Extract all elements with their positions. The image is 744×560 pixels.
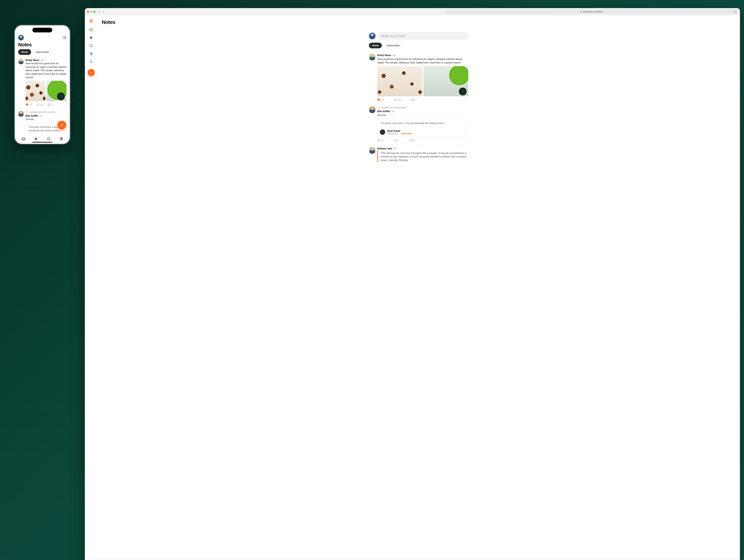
comment-button[interactable]: 14 <box>36 103 43 106</box>
maximize-window-button[interactable] <box>94 11 96 13</box>
stack-icon <box>34 137 38 141</box>
comment-count: 14 <box>40 103 43 106</box>
feed-tabs: Home Subscribed <box>369 43 468 51</box>
tab-subscribed[interactable]: Subscribed <box>383 43 403 48</box>
author-avatar[interactable] <box>369 106 376 113</box>
nav-chat[interactable] <box>89 52 93 55</box>
user-avatar[interactable] <box>369 33 376 39</box>
nav-activity[interactable] <box>89 44 93 47</box>
author-avatar[interactable] <box>369 54 376 61</box>
comment-icon <box>394 139 397 142</box>
quote-source-row[interactable]: Noah Smith Noahpinion · Subscribe <box>377 127 468 137</box>
restack-count: 3 <box>414 139 415 142</box>
note-post: JASMINE SUN RESTACKED Elle Griffin 1h So… <box>369 104 468 145</box>
comment-icon <box>36 103 39 106</box>
like-button[interactable]: 12 <box>377 139 383 142</box>
compose-fab[interactable]: + <box>88 69 95 76</box>
like-button[interactable]: 42 <box>377 98 383 101</box>
restack-button[interactable]: 2 <box>47 103 52 106</box>
like-button[interactable]: 42 <box>26 103 32 106</box>
tab-home[interactable]: Home <box>18 49 31 55</box>
home-indicator <box>32 142 52 143</box>
restack-button[interactable]: 2 <box>411 98 416 101</box>
reload-button[interactable] <box>734 10 737 13</box>
minimize-window-button[interactable] <box>90 11 92 13</box>
author-avatar[interactable] <box>18 111 24 117</box>
quote-card[interactable]: "Economic terms have a way of translatin… <box>377 118 468 137</box>
like-count: 42 <box>29 103 32 106</box>
tab-reader[interactable] <box>34 137 38 141</box>
traffic-lights <box>87 11 96 13</box>
user-avatar[interactable] <box>18 35 24 40</box>
post-time: 3m <box>393 54 396 57</box>
author-name[interactable]: Emily Nunn <box>377 54 391 57</box>
nav-reader[interactable] <box>89 36 93 39</box>
restack-icon <box>411 98 414 101</box>
tab-inbox[interactable] <box>22 137 25 141</box>
quote-text: "Economic terms have a way of translatin… <box>380 121 465 125</box>
heart-icon <box>377 98 380 101</box>
restacked-label: JASMINE SUN RESTACKED <box>377 106 468 109</box>
mobile-device-frame: Notes Home Subscribed Emily Nunn 3m Now … <box>14 24 71 145</box>
post-image[interactable] <box>26 81 45 101</box>
heart-icon <box>26 103 28 106</box>
more-button[interactable]: ··· <box>466 99 468 101</box>
tab-activity[interactable] <box>47 137 50 141</box>
author-avatar[interactable] <box>369 147 376 154</box>
post-time: 1h <box>40 114 42 117</box>
author-name[interactable]: Nishant Jain <box>377 147 392 150</box>
restack-icon <box>410 139 413 142</box>
restack-button[interactable]: 3 <box>410 139 415 142</box>
lock-icon <box>580 11 582 12</box>
like-count: 12 <box>381 139 383 142</box>
post-time: 3m <box>41 59 44 62</box>
post-image[interactable] <box>423 66 468 96</box>
tab-subscribed[interactable]: Subscribed <box>33 49 52 55</box>
author-name[interactable]: Emily Nunn <box>26 59 39 62</box>
phone-notch <box>32 28 52 32</box>
restack-count: 2 <box>51 103 52 106</box>
close-window-button[interactable] <box>87 11 89 13</box>
forward-button[interactable] <box>102 10 105 13</box>
back-button[interactable] <box>98 10 101 13</box>
author-avatar[interactable] <box>18 59 24 64</box>
address-bar[interactable]: substack.com/notes <box>445 9 738 14</box>
quote-publication-line: Noahpinion · Subscribe <box>387 132 412 135</box>
post-image[interactable] <box>46 81 67 101</box>
comment-icon <box>394 98 397 101</box>
inbox-icon <box>22 137 25 141</box>
nav-inbox[interactable] <box>89 28 93 31</box>
page-title: Notes <box>15 41 70 49</box>
plus-icon: + <box>90 70 92 75</box>
note-post: JASMINE SUN RESTACKED Elle Griffin 1h So… <box>18 108 67 134</box>
heart-icon <box>377 139 380 142</box>
restacked-label: JASMINE SUN RESTACKED <box>26 111 67 113</box>
more-button[interactable]: ··· <box>64 103 67 106</box>
quote-author-name: Noah Smith <box>387 129 412 132</box>
restack-icon <box>26 111 28 113</box>
quote-author-avatar <box>380 129 385 135</box>
post-text: Now would be a good time for everyone to… <box>26 62 67 79</box>
subscribe-link[interactable]: Subscribe <box>401 132 412 135</box>
post-images <box>26 81 67 101</box>
comment-count: 1 <box>398 139 399 142</box>
tab-chat[interactable] <box>60 137 63 141</box>
search-icon <box>63 36 67 39</box>
substack-logo[interactable] <box>89 19 94 23</box>
comment-button[interactable]: 1 <box>394 139 399 142</box>
nav-search[interactable] <box>89 60 93 64</box>
composer-input[interactable]: What's on your mind? <box>378 32 468 40</box>
author-name[interactable]: Elle Griffin <box>26 114 38 117</box>
post-image[interactable] <box>377 66 422 96</box>
note-post: Emily Nunn 3m Now would be a good time f… <box>18 57 67 108</box>
search-button[interactable] <box>63 36 67 39</box>
chat-icon <box>60 137 63 141</box>
compose-fab[interactable]: + <box>58 121 66 129</box>
post-images <box>377 66 468 96</box>
like-count: 42 <box>381 99 383 101</box>
block-quote: "The self may be royal, but it hungers l… <box>377 151 468 162</box>
tab-home[interactable]: Home <box>369 43 382 48</box>
author-name[interactable]: Elle Griffin <box>377 110 390 113</box>
comment-button[interactable]: 14 <box>394 98 401 101</box>
more-button[interactable]: ··· <box>466 139 468 142</box>
